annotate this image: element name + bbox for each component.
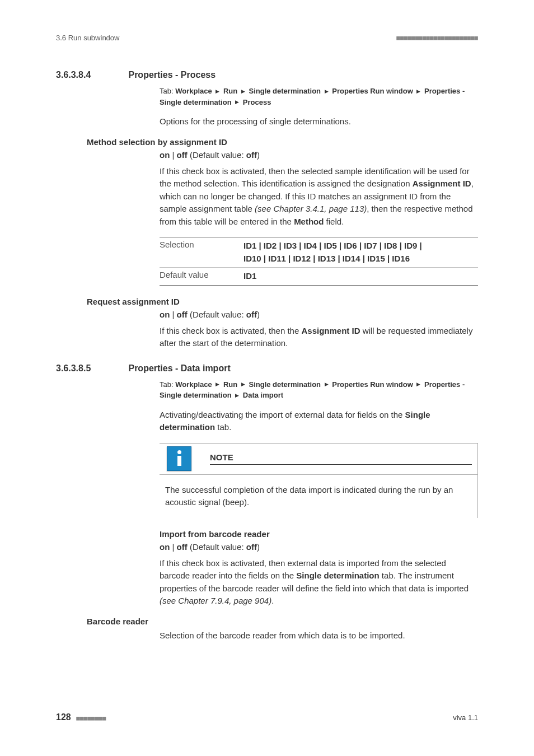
header-dashes-icon: ■■■■■■■■■■■■■■■■■■■■■■ [396, 34, 478, 41]
term-single-determination: Single determination [296, 571, 379, 580]
tab-label: Tab: [160, 380, 175, 389]
default-value: off [246, 542, 257, 552]
default-value: off [246, 150, 257, 160]
id-list-line: ID10 | ID11 | ID12 | ID13 | ID14 | ID15 … [243, 254, 410, 263]
triangle-icon: ▶ [216, 88, 219, 96]
path-seg: Single determination [249, 87, 321, 95]
intro-text: Options for the processing of single det… [160, 115, 478, 128]
path-seg: Data import [243, 391, 283, 399]
method-selection-description: If this check box is activated, then the… [160, 165, 478, 228]
default-value: ID1 [243, 270, 478, 283]
note-box: NOTE The successful completion of the da… [160, 443, 478, 518]
path-seg: Run [223, 87, 237, 95]
subhead-method-selection: Method selection by assignment ID [87, 137, 478, 147]
path-seg: Single determination [249, 380, 321, 389]
tab-label: Tab: [160, 87, 175, 95]
path-seg: Properties Run window [332, 380, 413, 389]
default-label: (Default value: [188, 150, 246, 160]
selection-values: ID1 | ID2 | ID3 | ID4 | ID5 | ID6 | ID7 … [243, 240, 478, 265]
note-title: NOTE [210, 452, 472, 465]
section-title: Properties - Data import [128, 363, 230, 374]
barcode-reader-description: Selection of the barcode reader from whi… [160, 629, 478, 642]
triangle-icon: ▶ [235, 99, 239, 106]
path-seg: Process [243, 98, 271, 106]
data-import-intro: Activating/deactivating the import of ex… [160, 409, 478, 434]
chapter-reference: (see Chapter 7.9.4, page 904) [160, 596, 271, 605]
toggle-off: off [177, 542, 188, 552]
triangle-icon: ▶ [416, 381, 420, 389]
text-run: Activating/deactivating the import of ex… [160, 410, 405, 419]
term-assignment-id: Assignment ID [301, 326, 360, 335]
toggle-off: off [177, 150, 188, 160]
page-number: 128 [56, 712, 71, 722]
text-run: field. [324, 217, 344, 226]
text-run: If this check box is activated, then the [160, 326, 301, 335]
path-seg: Workplace [175, 87, 212, 95]
toggle-import-barcode: on | off (Default value: off) [160, 542, 478, 552]
subhead-barcode-reader: Barcode reader [87, 617, 478, 626]
path-seg: Run [223, 380, 237, 389]
subhead-import-barcode: Import from barcode reader [160, 529, 478, 539]
default-label: Default value [160, 270, 243, 279]
triangle-icon: ▶ [416, 88, 420, 96]
page: 3.6 Run subwindow ■■■■■■■■■■■■■■■■■■■■■■… [0, 0, 534, 756]
section-number: 3.6.3.8.4 [56, 70, 126, 80]
triangle-icon: ▶ [241, 381, 245, 389]
page-footer: 128 ■■■■■■■■ viva 1.1 [56, 712, 478, 722]
toggle-method-selection: on | off (Default value: off) [160, 150, 478, 160]
toggle-request-assignment: on | off (Default value: off) [160, 310, 478, 319]
triangle-icon: ▶ [216, 381, 219, 389]
section-number: 3.6.3.8.5 [56, 363, 126, 374]
section-title: Properties - Process [128, 70, 216, 80]
toggle-on: on [160, 310, 170, 319]
triangle-icon: ▶ [241, 88, 245, 96]
default-value: off [246, 310, 257, 319]
request-assignment-description: If this check box is activated, then the… [160, 325, 478, 350]
path-seg: Workplace [175, 380, 212, 389]
selection-label: Selection [160, 240, 243, 249]
page-header: 3.6 Run subwindow ■■■■■■■■■■■■■■■■■■■■■■ [56, 34, 478, 42]
footer-dashes-icon: ■■■■■■■■ [76, 715, 106, 722]
note-header: NOTE [160, 444, 477, 475]
footer-product: viva 1.1 [453, 713, 478, 722]
toggle-on: on [160, 542, 170, 552]
text-run: tab. [215, 422, 231, 432]
section-heading-data-import: 3.6.3.8.5 Properties - Data import [56, 363, 478, 374]
toggle-off: off [177, 310, 188, 319]
tab-path-data-import: Tab: Workplace ▶ Run ▶ Single determinat… [160, 379, 478, 401]
default-label: (Default value: [188, 310, 246, 319]
term-method: Method [294, 217, 324, 226]
chapter-reference: (see Chapter 3.4.1, page 113) [255, 204, 367, 213]
import-barcode-description: If this check box is activated, then ext… [160, 557, 478, 608]
selection-table: Selection ID1 | ID2 | ID3 | ID4 | ID5 | … [160, 237, 478, 286]
note-body: The successful completion of the data im… [160, 475, 477, 518]
triangle-icon: ▶ [235, 392, 239, 400]
table-row: Default value ID1 [160, 267, 478, 285]
close-paren: ) [257, 150, 260, 160]
close-paren: ) [257, 542, 260, 552]
triangle-icon: ▶ [325, 381, 329, 389]
text-run: . [271, 596, 274, 605]
tab-path-process: Tab: Workplace ▶ Run ▶ Single determinat… [160, 86, 478, 108]
subhead-request-assignment: Request assignment ID [87, 297, 478, 306]
section-heading-process: 3.6.3.8.4 Properties - Process [56, 70, 478, 80]
path-seg: Properties Run window [332, 87, 413, 95]
close-paren: ) [257, 310, 260, 319]
term-assignment-id: Assignment ID [413, 179, 471, 188]
triangle-icon: ▶ [325, 88, 329, 96]
table-row: Selection ID1 | ID2 | ID3 | ID4 | ID5 | … [160, 237, 478, 267]
header-section-ref: 3.6 Run subwindow [56, 34, 119, 42]
info-icon [167, 446, 191, 471]
id-list-line: ID1 | ID2 | ID3 | ID4 | ID5 | ID6 | ID7 … [243, 241, 422, 250]
note-icon-wrap [160, 444, 199, 474]
default-label: (Default value: [188, 542, 246, 552]
toggle-on: on [160, 150, 170, 160]
footer-left: 128 ■■■■■■■■ [56, 712, 106, 722]
